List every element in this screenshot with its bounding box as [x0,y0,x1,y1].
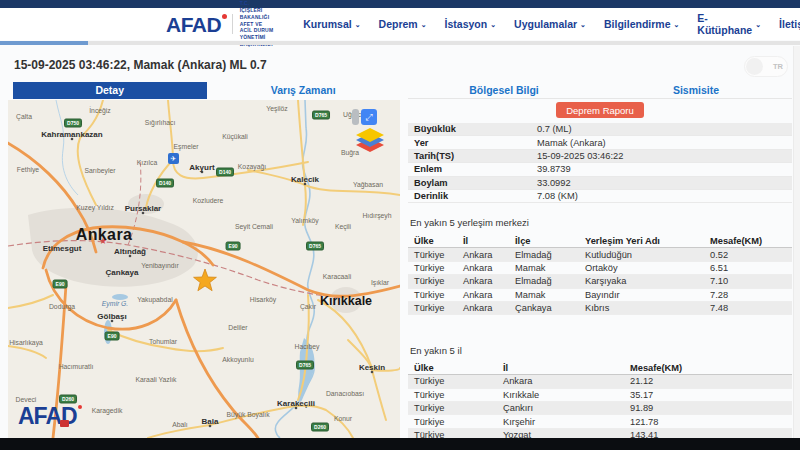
language-code: TR [773,62,783,71]
table-row: TürkiyeAnkara21.12 [408,375,792,388]
tab-bolgesel-bilgi[interactable]: Bölgesel Bilgi [408,82,600,98]
deprem-raporu-button[interactable]: Deprem Raporu [556,102,644,118]
chevron-down-icon: ⌄ [355,21,361,29]
provinces-section-title: En yakın 5 il [410,345,792,356]
earthquake-info-panel: Deprem Raporu Büyüklük0.7 (ML) YerMamak … [408,100,792,441]
table-row: YerMamak (Ankara) [408,136,792,149]
info-tabs: Bölgesel Bilgi Sismisite [408,82,792,99]
tab-sismisite[interactable]: Sismisite [600,82,792,98]
nav-item-iletisim[interactable]: İletişim⌄ [779,12,800,36]
main-nav: Kurumsal⌄ Deprem⌄ İstasyon⌄ Uygulamalar⌄… [303,12,800,36]
table-header-row: Ülke İl Mesafe(KM) [408,362,792,375]
top-navy-bar [0,0,800,8]
table-row: TürkiyeKırşehir121.78 [408,415,792,428]
map-fullscreen-button[interactable]: ⤢ [361,109,377,125]
chevron-down-icon: ⌄ [421,21,427,29]
logo-ministry-line: T.C. İÇİŞLERİ BAKANLIĞI [240,0,274,20]
site-header: AFAD T.C. İÇİŞLERİ BAKANLIĞI AFET VE ACİ… [0,8,800,40]
table-row: Enlem39.8739 [408,163,792,176]
earthquake-map[interactable]: AnkaraKırıkkaleKahramankazanAkyurtPursak… [8,100,400,438]
nearest-settlements-table: Ülke İl İlçe Yerleşim Yeri Adı Mesafe(KM… [408,235,792,315]
nearest-provinces-table: Ülke İl Mesafe(KM) TürkiyeAnkara21.12 Tü… [408,362,792,441]
table-row: TürkiyeAnkaraMamakOrtaköy6.51 [408,262,792,275]
logo-red-dot-icon [222,14,227,19]
progress-track [0,41,800,45]
logo-red-dot-icon [78,405,82,409]
map-base-layer [8,100,400,438]
map-tabs: Detay Varış Zamanı [13,82,400,99]
nav-item-uygulamalar[interactable]: Uygulamalar⌄ [514,12,586,36]
page-title: 15-09-2025 03:46:22, Mamak (Ankara) ML 0… [14,58,267,72]
afad-earthquake-detail-page: AFAD T.C. İÇİŞLERİ BAKANLIĞI AFET VE ACİ… [0,0,800,450]
chevron-down-icon: ⌄ [580,21,586,29]
bottom-bar [0,438,800,450]
chevron-down-icon: ⌄ [673,21,679,29]
table-row: TürkiyeÇankırı91.89 [408,402,792,415]
map-zoom-handle[interactable] [352,109,359,125]
chevron-down-icon: ⌄ [755,21,761,29]
tab-varis-zamani[interactable]: Varış Zamanı [207,82,401,99]
table-row: TürkiyeAnkaraÇankayaKıbrıs7.48 [408,302,792,315]
nav-item-istasyon[interactable]: İstasyon⌄ [445,12,496,36]
chevron-down-icon: ⌄ [490,21,496,29]
nav-item-ekutuphane[interactable]: E-Kütüphane⌄ [697,12,761,36]
table-row: Boylam33.0992 [408,177,792,190]
afad-logo-text: AFAD [166,14,221,35]
nav-item-kurumsal[interactable]: Kurumsal⌄ [303,12,360,36]
nav-item-deprem[interactable]: Deprem⌄ [379,12,427,36]
table-row: TürkiyeKırıkkale35.17 [408,389,792,402]
logo-divider [232,14,233,34]
toll-road-shield-icon [60,420,69,427]
table-row: Tarih(TS)15-09-2025 03:46:22 [408,150,792,163]
settlements-section-title: En yakın 5 yerleşim merkezi [410,217,792,228]
table-row: TürkiyeAnkaraMamakBayındır7.28 [408,289,792,302]
table-row: TürkiyeAnkaraElmadağKarşıyaka7.10 [408,275,792,288]
table-row: TürkiyeAnkaraElmadağKutludüğün0.52 [408,248,792,261]
tab-detay[interactable]: Detay [13,82,207,99]
table-row: Büyüklük0.7 (ML) [408,123,792,136]
logo-ministry-line: AFET VE ACİL DURUM [240,21,274,35]
flag-circle-icon [746,58,763,75]
table-row: Derinlik7.08 (KM) [408,190,792,203]
nav-item-bilgilendirme[interactable]: Bilgilendirme⌄ [604,12,679,36]
map-layers-button[interactable] [354,128,386,158]
earthquake-detail-table: Büyüklük0.7 (ML) YerMamak (Ankara) Tarih… [408,123,792,203]
table-header-row: Ülke İl İlçe Yerleşim Yeri Adı Mesafe(KM… [408,235,792,248]
language-selector[interactable]: TR [744,56,788,77]
scrollbar[interactable] [793,46,800,438]
progress-fill [0,41,88,45]
